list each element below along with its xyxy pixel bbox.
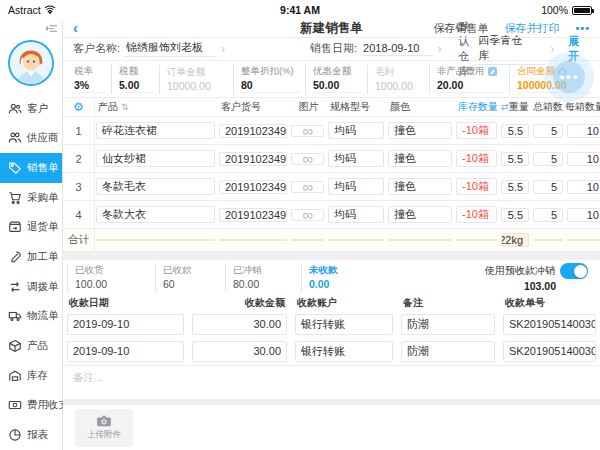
column-settings-gear-icon[interactable]: ⚙ [73, 100, 84, 114]
non-product-fee-field[interactable]: 非产品费用 20.00 [429, 64, 509, 94]
per-box-cell[interactable]: 10 [567, 208, 600, 222]
collapse-sidebar-icon[interactable] [45, 23, 58, 34]
product-row: 2 仙女纱裙 201910234987 ∞ 均码 撞色 -10箱 5.5 5 1… [63, 145, 600, 173]
boxes-cell[interactable]: 5 [533, 124, 563, 138]
product-name-cell[interactable]: 冬款大衣 [96, 206, 215, 223]
chevron-right-icon: › [437, 42, 441, 56]
payment-number-cell[interactable]: SK201905140030 [503, 314, 596, 335]
spec-cell[interactable]: 均码 [328, 150, 384, 167]
payment-summary-row: 已收货 100.00 已收款 60 已冲销 80.00 未收款 0.00 使用预… [63, 260, 600, 296]
sidebar-item-logistics-orders[interactable]: 物流单 [0, 302, 62, 332]
user-avatar[interactable] [8, 40, 54, 86]
sidebar-item-products[interactable]: 产品 [0, 331, 62, 361]
customer-sku-cell[interactable]: 201910234987 [219, 124, 287, 138]
chevron-right-icon: › [550, 42, 554, 56]
product-name-cell[interactable]: 碎花连衣裙 [96, 122, 215, 139]
sort-icon[interactable]: ⇅ [121, 102, 129, 112]
suppliers-icon [8, 131, 22, 145]
payment-note-cell[interactable]: 防潮 [401, 341, 495, 362]
payment-amount-cell[interactable]: 30.00 [192, 314, 287, 335]
color-cell[interactable]: 撞色 [388, 122, 452, 139]
stock-cell: -10箱 [456, 178, 497, 195]
tax-amount-value[interactable]: 5.00 [119, 79, 155, 93]
sidebar: 客户 供应商 销售单 采购单 退货单 加工单 调拨单 物流单 [0, 20, 63, 450]
product-name-cell[interactable]: 仙女纱裙 [96, 150, 215, 167]
product-image-placeholder-icon[interactable]: ∞ [291, 209, 324, 221]
more-actions-button[interactable]: ••• [575, 22, 590, 34]
advance-offset-toggle[interactable] [560, 263, 588, 279]
col-product[interactable]: 产品 [95, 100, 121, 114]
product-image-placeholder-icon[interactable]: ∞ [291, 153, 324, 165]
sidebar-item-finance[interactable]: 费用收支 [0, 391, 62, 421]
sidebar-item-purchase-orders[interactable]: 采购单 [0, 183, 62, 213]
product-image-placeholder-icon[interactable]: ∞ [291, 125, 324, 137]
save-and-print-button[interactable]: 保存并打印 [504, 21, 559, 36]
sidebar-item-returns[interactable]: 退货单 [0, 213, 62, 243]
sale-date-field[interactable]: 销售日期: 2018-09-10 › [310, 41, 458, 56]
spec-cell[interactable]: 均码 [328, 206, 384, 223]
unpaid-label: 未收款 [309, 264, 369, 277]
sidebar-item-suppliers[interactable]: 供应商 [0, 124, 62, 154]
boxes-cell[interactable]: 5 [533, 208, 563, 222]
product-name-cell[interactable]: 冬款毛衣 [96, 178, 215, 195]
tax-amount-field[interactable]: 税额 5.00 [111, 64, 159, 94]
payment-amount-cell[interactable]: 30.00 [192, 341, 287, 362]
color-cell[interactable]: 撞色 [388, 150, 452, 167]
sidebar-item-processing-orders[interactable]: 加工单 [0, 242, 62, 272]
sidebar-item-transfer-orders[interactable]: 调拨单 [0, 272, 62, 302]
product-row: 1 碎花连衣裙 201910234987 ∞ 均码 撞色 -10箱 5.5 5 … [63, 117, 600, 145]
sale-date-label: 销售日期: [310, 41, 357, 56]
per-box-cell[interactable]: 10 [567, 152, 600, 166]
upload-attachment-button[interactable]: 上传附件 [75, 409, 133, 447]
col-payment-amount: 收款金额 [239, 296, 291, 310]
product-image-placeholder-icon[interactable]: ∞ [291, 181, 324, 193]
color-cell[interactable]: 撞色 [388, 178, 452, 195]
weight-cell[interactable]: 5.5 [501, 124, 529, 138]
cart-icon [8, 191, 22, 205]
spec-cell[interactable]: 均码 [328, 178, 384, 195]
customer-name-value[interactable]: 锦绣服饰刘老板 [124, 40, 217, 57]
floating-assistive-button[interactable]: ●●● [544, 52, 594, 102]
spec-cell[interactable]: 均码 [328, 122, 384, 139]
col-stock[interactable]: 库存数量 [455, 100, 501, 114]
discount-percent-field[interactable]: 整单折扣(%) 80 [233, 64, 305, 94]
weight-cell[interactable]: 5.5 [501, 208, 529, 222]
customer-sku-cell[interactable]: 201910234987 [219, 208, 287, 222]
payment-account-cell[interactable]: 银行转账 [295, 314, 393, 335]
discount-amount-field[interactable]: 优惠金额 50.00 [305, 64, 367, 94]
payment-number-cell[interactable]: SK201905140030 [503, 341, 596, 362]
non-product-fee-value[interactable]: 20.00 [437, 79, 505, 93]
payment-table-header: 收款日期 收款金额 收款账户 备注 收款单号 [63, 296, 600, 311]
sidebar-item-customers[interactable]: 客户 [0, 94, 62, 124]
boxes-cell[interactable]: 5 [533, 180, 563, 194]
sidebar-item-label: 报表 [27, 428, 48, 442]
payment-date-cell[interactable]: 2019-09-10 [67, 341, 184, 362]
weight-cell[interactable]: 5.5 [501, 180, 529, 194]
sale-date-value[interactable]: 2018-09-10 [361, 42, 433, 56]
payment-account-cell[interactable]: 银行转账 [295, 341, 393, 362]
weight-cell[interactable]: 5.5 [501, 152, 529, 166]
order-notes-input[interactable] [73, 371, 590, 394]
discount-amount-value[interactable]: 50.00 [313, 79, 363, 93]
tax-rate-value[interactable]: 3% [74, 79, 107, 93]
customer-name-field[interactable]: 客户名称: 锦绣服饰刘老板 › [73, 40, 310, 57]
tax-amount-label: 税额 [119, 65, 155, 78]
tax-rate-field[interactable]: 税率 3% [67, 64, 111, 94]
save-order-button[interactable]: 保存销售单 [433, 21, 488, 36]
nav-bar: ‹ 新建销售单 保存销售单 保存并打印 ••• [63, 20, 600, 38]
sidebar-item-sales-orders[interactable]: 销售单 [0, 153, 62, 183]
product-table: ⚙ 产品⇅ 客户货号 图片 规格型号 颜色 库存数量⇄ 重量 总箱数 每箱数量 … [63, 98, 600, 252]
payment-note-cell[interactable]: 防潮 [401, 314, 495, 335]
per-box-cell[interactable]: 10 [567, 180, 600, 194]
sidebar-item-reports[interactable]: 报表 [0, 420, 62, 450]
discount-percent-value[interactable]: 80 [241, 79, 301, 93]
sidebar-item-inventory[interactable]: 库存 [0, 361, 62, 391]
boxes-cell[interactable]: 5 [533, 152, 563, 166]
color-cell[interactable]: 撞色 [388, 206, 452, 223]
customer-sku-cell[interactable]: 201910234987 [219, 180, 287, 194]
section-divider [63, 252, 600, 260]
per-box-cell[interactable]: 10 [567, 124, 600, 138]
payment-date-cell[interactable]: 2019-09-10 [67, 314, 184, 335]
fee-edit-badge-icon[interactable] [488, 67, 497, 76]
customer-sku-cell[interactable]: 201910234987 [219, 152, 287, 166]
